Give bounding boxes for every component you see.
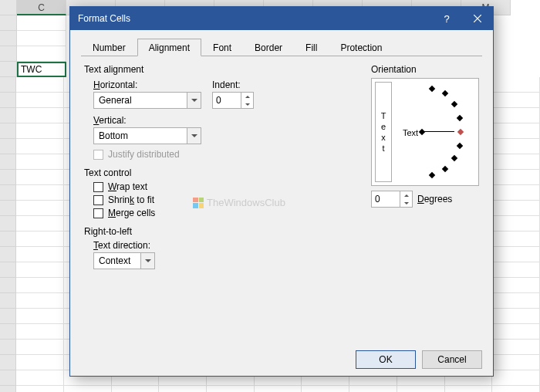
tab-protection[interactable]: Protection — [329, 39, 393, 56]
diamond-icon — [419, 129, 425, 135]
text-control-group: Text control Wrap text Shrink to fit Mer… — [84, 167, 356, 218]
checkbox-icon — [93, 195, 103, 205]
shrink-to-fit-check[interactable]: Shrink to fit — [93, 194, 356, 205]
diamond-icon — [457, 143, 463, 149]
degrees-spinner[interactable] — [371, 191, 413, 208]
checkbox-icon — [93, 150, 103, 160]
dialog-title: Format Cells — [70, 13, 431, 24]
vertical-text-button[interactable]: Text — [375, 82, 392, 182]
indent-label: Indent: — [212, 79, 254, 90]
text-direction-label: Text direction: — [93, 240, 356, 251]
spin-down-icon[interactable] — [241, 100, 253, 108]
vertical-combo[interactable]: Bottom — [93, 127, 201, 144]
chevron-down-icon — [140, 253, 154, 269]
help-button[interactable]: ? — [431, 7, 462, 30]
text-control-label: Text control — [84, 167, 356, 178]
checkbox-icon — [93, 208, 103, 218]
horizontal-label: Horizontal: — [93, 79, 201, 90]
orientation-dial[interactable]: Text Text — [371, 78, 479, 186]
indent-input[interactable] — [213, 93, 241, 108]
chevron-down-icon — [187, 93, 201, 108]
text-alignment-group: Text alignment Horizontal: General Inden… — [84, 64, 356, 160]
close-button[interactable] — [462, 7, 493, 30]
justify-distributed-check: Justify distributed — [93, 149, 356, 160]
diamond-icon — [457, 129, 464, 135]
corner-cell — [0, 0, 17, 15]
tab-strip: Number Alignment Font Border Fill Protec… — [81, 38, 482, 56]
rtl-label: Right-to-left — [84, 226, 356, 237]
diamond-icon — [451, 101, 457, 107]
tab-number[interactable]: Number — [81, 39, 137, 56]
diamond-icon — [451, 155, 457, 161]
title-bar: Format Cells ? — [70, 7, 493, 30]
diamond-icon — [442, 90, 448, 96]
format-cells-dialog: Format Cells ? Number Alignment Font Bor… — [69, 6, 494, 377]
spin-up-icon[interactable] — [241, 93, 253, 100]
tab-fill[interactable]: Fill — [294, 39, 329, 56]
text-alignment-label: Text alignment — [84, 64, 356, 75]
tab-font[interactable]: Font — [201, 39, 243, 56]
diamond-icon — [442, 166, 448, 172]
wrap-text-check[interactable]: Wrap text — [93, 181, 356, 192]
cancel-button[interactable]: Cancel — [422, 350, 482, 369]
horizontal-combo[interactable]: General — [93, 92, 201, 109]
orientation-text: Text — [403, 128, 418, 137]
rtl-group: Right-to-left Text direction: Context — [84, 226, 356, 269]
orientation-group: Orientation Text Text — [371, 64, 479, 277]
degrees-input[interactable] — [372, 191, 400, 207]
diamond-icon — [429, 172, 435, 178]
active-cell[interactable]: TWC — [17, 62, 66, 77]
ok-button[interactable]: OK — [356, 350, 416, 369]
tab-alignment[interactable]: Alignment — [137, 39, 201, 56]
spin-down-icon[interactable] — [400, 199, 412, 207]
text-direction-combo[interactable]: Context — [93, 252, 155, 269]
diamond-icon — [457, 115, 463, 121]
merge-cells-check[interactable]: Merge cells — [93, 208, 356, 218]
orientation-needle — [422, 131, 454, 132]
indent-spinner[interactable] — [212, 92, 254, 109]
degrees-label: Degrees — [417, 194, 452, 204]
spin-up-icon[interactable] — [400, 191, 412, 199]
dialog-footer: OK Cancel — [70, 343, 493, 376]
col-header-c[interactable]: C — [17, 0, 66, 15]
chevron-down-icon — [187, 128, 201, 144]
close-icon — [474, 15, 481, 22]
diamond-icon — [429, 86, 435, 92]
vertical-label: Vertical: — [93, 115, 356, 126]
tab-border[interactable]: Border — [243, 39, 294, 56]
orientation-label: Orientation — [371, 64, 479, 75]
checkbox-icon — [93, 182, 103, 192]
